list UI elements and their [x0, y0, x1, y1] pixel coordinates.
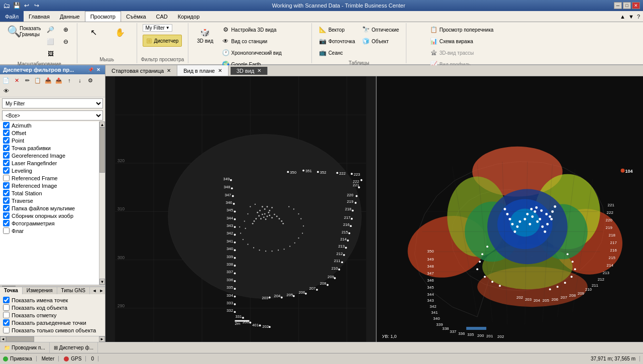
tab-3d-view[interactable]: 3D вид ✕: [231, 67, 268, 75]
ribbon-btn-photo-point[interactable]: 📷 Фоточточка: [316, 36, 358, 47]
filter-checkbox[interactable]: [3, 152, 10, 159]
tab-point[interactable]: Точка: [0, 287, 23, 294]
filter-list-item[interactable]: Georeferenced Image: [0, 152, 99, 159]
filter-checkbox[interactable]: [3, 227, 10, 234]
ribbon-btn-zoom-window[interactable]: ⬜: [44, 36, 58, 47]
filter-checkbox[interactable]: [3, 212, 10, 219]
ribbon-btn-select[interactable]: ↖: [81, 24, 106, 40]
filter-list-item[interactable]: Point: [0, 137, 99, 144]
ft-eye-btn[interactable]: 👁: [1, 86, 11, 96]
scroll-down-btn[interactable]: ▼: [99, 279, 105, 285]
help-up[interactable]: ▲: [620, 14, 625, 20]
tab-gns-types[interactable]: Типы GNS: [57, 287, 90, 294]
ft-up-btn[interactable]: ↑: [64, 75, 74, 85]
panel-pin-button[interactable]: 📌: [87, 66, 94, 73]
menu-data[interactable]: Данные: [55, 11, 85, 22]
tab-measurements[interactable]: Измерения: [23, 287, 57, 294]
ribbon-btn-show-bounds[interactable]: 🔍 ПоказатьГраницы: [6, 24, 43, 39]
ribbon-btn-vector[interactable]: 📐 Вектор: [316, 24, 358, 35]
h-scrollbar[interactable]: ◄ ►: [0, 336, 105, 342]
filter-list-item[interactable]: Referenced Image: [0, 182, 99, 189]
filter-list-item[interactable]: Точка разбивки: [0, 144, 99, 152]
ribbon-btn-session[interactable]: 📺 Сеанс: [316, 47, 358, 58]
filter-checkbox[interactable]: [3, 197, 10, 204]
filter-list-item[interactable]: Папка файлов мультиме: [0, 204, 99, 212]
ribbon-btn-timeline[interactable]: 🕐 Хронологический вид: [219, 47, 307, 58]
ribbon-btn-zoom-minus[interactable]: ⊖: [59, 36, 73, 47]
filter-checkbox[interactable]: [3, 220, 10, 226]
scroll-thumb[interactable]: [99, 128, 105, 173]
ft-down-btn[interactable]: ↓: [75, 75, 85, 85]
filter-checkbox[interactable]: [3, 160, 10, 166]
tab-nav-right[interactable]: ►: [98, 287, 105, 294]
ft-copy-btn[interactable]: 📋: [33, 75, 43, 85]
tab-nav-left[interactable]: ◄: [91, 287, 98, 294]
filter-dropdown[interactable]: My Filter▼: [143, 24, 172, 32]
ribbon-btn-zoom-plus[interactable]: ⊕: [59, 24, 73, 35]
filter-list-item[interactable]: Traverse: [0, 197, 99, 204]
ribbon-btn-cross-section[interactable]: 📋 Просмотр поперечника: [427, 24, 497, 35]
menu-corridor[interactable]: Коридор: [173, 11, 204, 22]
category-select[interactable]: <Все>: [2, 110, 103, 120]
ribbon-btn-optics[interactable]: 🔭 Оптические: [359, 24, 402, 35]
panel-close-button[interactable]: ✕: [95, 66, 102, 73]
menu-survey[interactable]: Съёмка: [121, 11, 151, 22]
filter-list-item[interactable]: Total Station: [0, 189, 99, 197]
h-scroll-thumb[interactable]: [6, 336, 34, 342]
check-option-checkbox[interactable]: [3, 304, 10, 311]
ribbon-btn-3dview-settings[interactable]: ⚙ Настройка 3D вида: [219, 24, 307, 35]
ribbon-btn-3dview[interactable]: 🎲 3D вид: [192, 24, 218, 46]
filter-checkbox[interactable]: [3, 175, 10, 181]
filter-checkbox[interactable]: [3, 205, 10, 211]
close-button[interactable]: ✕: [632, 2, 640, 9]
view-2d[interactable]: 320 310 300 290: [105, 76, 377, 342]
h-scroll-left-btn[interactable]: ◄: [0, 336, 6, 342]
ribbon-btn-dispatcher[interactable]: ⊞ Диспетчер: [143, 35, 182, 47]
filter-list-item[interactable]: Laser Rangefinder: [0, 159, 99, 167]
tab-plan-view[interactable]: Вид в плане ✕: [177, 65, 229, 76]
h-scroll-right-btn[interactable]: ►: [99, 336, 105, 342]
check-option-checkbox[interactable]: [3, 319, 10, 326]
ft-new-btn[interactable]: 📄: [1, 75, 11, 85]
ribbon-btn-zoom-in[interactable]: 🔎: [44, 24, 58, 35]
filter-checkbox[interactable]: [3, 130, 10, 136]
filter-checkbox[interactable]: [3, 122, 10, 129]
plan-view-close[interactable]: ✕: [218, 68, 222, 73]
ribbon-btn-object[interactable]: 🧊 Объект: [359, 36, 402, 47]
filter-checkbox[interactable]: [3, 190, 10, 196]
filter-name-select[interactable]: My Filter: [2, 98, 103, 108]
menu-file[interactable]: Файл: [0, 11, 24, 22]
filter-list-item[interactable]: Azimuth: [0, 122, 99, 129]
filter-list-item[interactable]: Сборник опорных изобр: [0, 212, 99, 219]
view-3d[interactable]: 104 221 222 220 219 218 217 216 215 214 …: [377, 76, 643, 342]
quick-access-redo[interactable]: ↪: [32, 1, 41, 10]
ft-delete-btn[interactable]: ✕: [12, 75, 22, 85]
filter-list-item[interactable]: Referenced Frame: [0, 174, 99, 182]
filter-checkbox[interactable]: [3, 145, 10, 151]
ft-export-btn[interactable]: 📤: [54, 75, 64, 85]
start-page-close[interactable]: ✕: [167, 68, 171, 73]
tab-start-page[interactable]: Стартовая страница ✕: [105, 65, 177, 76]
check-option-checkbox[interactable]: [3, 297, 10, 303]
ribbon-btn-superelevation[interactable]: 📊 Схема виража: [427, 36, 497, 47]
filter-list-item[interactable]: Флаг: [0, 227, 99, 234]
filter-list-item[interactable]: Фотограмметрия: [0, 219, 99, 227]
bottom-tab-dispatcher[interactable]: ⊞ Диспетчер ф...: [50, 342, 98, 353]
ft-settings-btn[interactable]: ⚙: [85, 75, 95, 85]
menu-view[interactable]: Просмотр: [85, 11, 121, 22]
check-option-checkbox[interactable]: [3, 312, 10, 318]
menu-home[interactable]: Главная: [24, 11, 55, 22]
filter-checkbox[interactable]: [3, 137, 10, 144]
maximize-button[interactable]: □: [623, 2, 631, 9]
quick-access-save[interactable]: 💾: [12, 1, 21, 10]
bottom-tab-explorer[interactable]: 📁 Проводник п...: [0, 342, 50, 353]
filter-checkbox[interactable]: [3, 167, 10, 174]
ft-rename-btn[interactable]: ✏: [22, 75, 32, 85]
ribbon-btn-pan[interactable]: ✋: [108, 24, 133, 40]
help-icon[interactable]: ?: [637, 14, 640, 20]
ribbon-btn-zoom-frame[interactable]: 🖼: [44, 48, 58, 59]
filter-scrollbar[interactable]: ▲ ▼: [99, 122, 105, 285]
minimize-button[interactable]: ─: [614, 2, 622, 9]
scroll-up-btn[interactable]: ▲: [99, 122, 105, 128]
ribbon-btn-station-view[interactable]: 👁 Вид со станции: [219, 36, 307, 47]
